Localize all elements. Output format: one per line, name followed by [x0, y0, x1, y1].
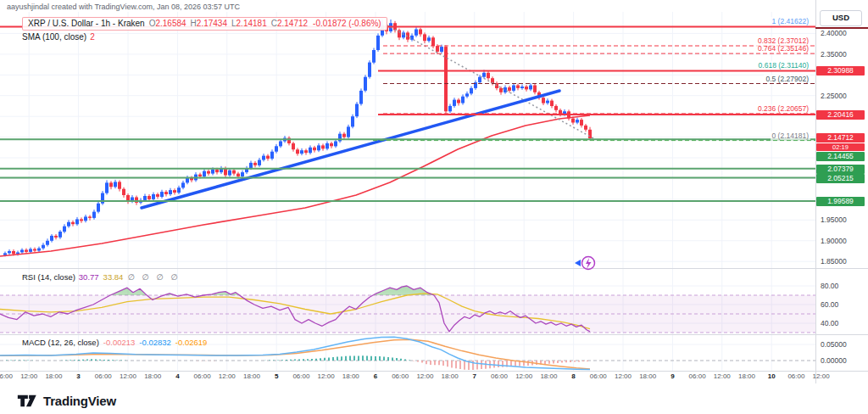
time-tick-label: 18:00 [144, 372, 161, 380]
currency-toggle-button[interactable]: USD [820, 10, 862, 26]
tradingview-logo-icon [17, 392, 37, 410]
time-tick-label: 06:00 [194, 372, 211, 380]
time-tick-label: 06:00 [392, 372, 409, 380]
time-tick-label: 18:00 [442, 372, 459, 380]
time-tick-label: 18:00 [540, 372, 557, 380]
rsi-hidden-values: ∅ ∅ ∅ ∅ [127, 272, 180, 282]
time-tick-label: 10 [768, 372, 776, 380]
price-badge: 2.05215 [816, 174, 865, 183]
time-tick-label: 06:00 [590, 372, 607, 380]
fib-level-label: 1 (2.41622) [771, 17, 810, 25]
time-tick-label: 06:00 [689, 372, 706, 380]
time-tick-label: 12:00 [120, 372, 136, 380]
chart-canvas[interactable] [0, 0, 868, 414]
time-tick-label: 18:00 [243, 372, 260, 380]
time-tick-label: 06:00 [95, 372, 112, 380]
time-tick-label: 12:00 [416, 372, 433, 380]
time-tick-label: 18:00 [738, 372, 755, 380]
price-tick-label: 2.40000 [821, 29, 847, 37]
fib-level-label: 0.236 (2.20657) [756, 104, 810, 113]
attribution-text: aayushjindal created with TradingView.co… [7, 3, 240, 11]
fib-level-label: 0.618 (2.31140) [757, 61, 810, 70]
high-label: H [191, 19, 197, 28]
time-tick-label: 18:00 [639, 372, 656, 380]
price-tick-label: 1.90000 [821, 237, 847, 245]
time-tick-label: 12:00 [515, 372, 532, 380]
rsi-ma-value: 33.84 [103, 272, 124, 282]
time-tick-label: 06:00 [787, 372, 804, 380]
low-value: 2.14181 [236, 19, 267, 28]
price-tick-label: 0.00000 [821, 356, 847, 365]
price-badge: 2.30988 [816, 66, 865, 76]
rsi-value: 30.77 [79, 272, 99, 282]
price-badge: 2.20416 [816, 110, 865, 120]
time-tick-label: 06:00 [491, 372, 508, 380]
time-tick-label: 4 [175, 372, 179, 380]
price-tick-label: 1.95000 [821, 215, 847, 224]
tradingview-logo[interactable]: TradingView [17, 392, 116, 410]
time-tick-label: 12:00 [20, 372, 37, 380]
price-badge: 1.99589 [816, 197, 865, 206]
time-tick-label: 9 [670, 372, 674, 380]
footer: TradingView [0, 383, 868, 414]
time-tick-label: 7 [473, 372, 476, 380]
macd-hist-value: -0.00213 [103, 338, 136, 347]
price-badge: 2.14455 [816, 152, 865, 161]
high-value: 2.17434 [197, 19, 227, 28]
sma-label: SMA (100, close) [22, 32, 86, 42]
time-tick-label: 12:00 [318, 372, 335, 380]
time-tick-label: 12:00 [813, 372, 830, 380]
price-badge: 2.14712 [816, 133, 865, 143]
flash-marker-icon [575, 257, 595, 270]
time-tick-label: 06:00 [0, 372, 13, 380]
open-value: 2.16584 [155, 19, 186, 28]
price-tick-label: 80.00 [821, 282, 838, 290]
time-tick-label: 12:00 [714, 372, 731, 380]
time-tick-label: 12:00 [615, 372, 632, 380]
price-tick-label: 60.00 [821, 300, 838, 309]
sma-legend[interactable]: SMA (100, close)2 [22, 32, 95, 42]
symbol-legend[interactable]: XRP / U.S. Dollar - 1h - KrakenO2.16584H… [22, 17, 387, 31]
macd-label: MACD (12, 26, close) [22, 338, 99, 347]
time-tick-label: 18:00 [45, 372, 62, 380]
fib-level-label: 0.764 (2.35146) [756, 44, 810, 53]
close-value: 2.14712 [277, 19, 308, 28]
sma-value: 2 [90, 32, 95, 42]
time-tick-label: 6 [374, 372, 377, 380]
rsi-band [0, 295, 815, 333]
tradingview-chart-window: aayushjindal created with TradingView.co… [0, 0, 868, 414]
price-tick-label: 0.05000 [821, 340, 847, 349]
fib-level-label: 0.5 (2.27902) [764, 75, 810, 83]
time-tick-label: 3 [76, 372, 80, 380]
macd-signal-value: -0.02619 [175, 338, 208, 347]
tradingview-logo-text: TradingView [43, 394, 116, 408]
time-tick-label: 18:00 [342, 372, 359, 380]
rsi-label: RSI (14, close) [22, 272, 75, 282]
close-label: C [271, 19, 277, 28]
price-tick-label: 40.00 [821, 319, 838, 327]
price-tick-label: 1.85000 [821, 257, 847, 266]
rsi-legend[interactable]: RSI (14, close)30.7733.84∅ ∅ ∅ ∅ [22, 272, 180, 282]
time-tick-label: 06:00 [292, 372, 309, 380]
support-trendline [142, 91, 559, 208]
candles-layer [3, 20, 592, 256]
fib-level-label: 0 (2.14181) [771, 131, 810, 140]
macd-legend[interactable]: MACD (12, 26, close)-0.00213-0.02832-0.0… [22, 338, 207, 347]
time-tick-label: 8 [571, 372, 575, 380]
countdown-badge: 02:19 [816, 143, 865, 151]
sma-line [0, 115, 590, 256]
macd-histogram [7, 355, 587, 370]
dotted-trendline [387, 25, 593, 138]
change-value: -0.01872 (-0.86%) [313, 19, 381, 28]
symbol-title: XRP / U.S. Dollar - 1h - Kraken [28, 19, 145, 28]
price-tick-label: 2.35000 [821, 50, 847, 59]
time-tick-label: 5 [275, 372, 278, 380]
price-badge: 2.07379 [816, 165, 865, 174]
time-tick-label: 12:00 [219, 372, 236, 380]
macd-line-value: -0.02832 [139, 338, 171, 347]
price-tick-label: 2.25000 [821, 92, 847, 100]
